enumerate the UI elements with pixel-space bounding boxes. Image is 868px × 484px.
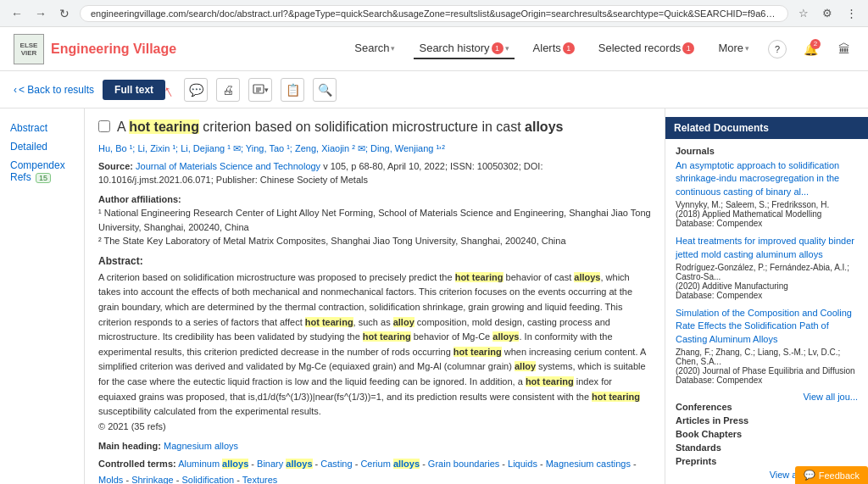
main-container: Abstract Detailed Compendex Refs 15 A ho…	[0, 108, 868, 484]
related-doc-2-meta: Rodríguez-González, P.; Fernández-Abia, …	[676, 263, 858, 300]
ct-cerium[interactable]: Cerium alloys	[360, 459, 420, 469]
ct-aluminum[interactable]: Aluminum alloys	[178, 459, 248, 469]
authors-line[interactable]: Hu, Bo ¹; Li, Zixin ¹; Li, Dejiang ¹ ✉; …	[98, 143, 651, 154]
feedback-icon: 💬	[804, 470, 815, 481]
browser-icons: ☆ ⚙ ⋮	[793, 3, 861, 24]
browser-bar: ← → ↻ engineeringvillage.com/search/doc/…	[0, 0, 868, 27]
chevron-down-icon: ▾	[745, 44, 749, 53]
related-doc-1-meta: Vynnyky, M.; Saleem, S.; Fredriksson, H.…	[676, 200, 858, 228]
ct-casting[interactable]: Casting	[320, 459, 352, 469]
conferences-category: Conferences	[676, 402, 858, 412]
sidebar-item-detailed[interactable]: Detailed	[0, 137, 84, 156]
abstract-label: Abstract:	[98, 255, 651, 267]
main-heading-link[interactable]: Magnesium alloys	[164, 441, 238, 451]
ct-shrinkage[interactable]: Shrinkage	[131, 475, 174, 484]
ct-textures[interactable]: Textures	[242, 475, 278, 484]
ct-solidification[interactable]: Solidification	[181, 475, 234, 484]
paper-title-row: A hot tearing criterion based on solidif…	[98, 119, 651, 136]
bookmark-icon[interactable]: ☆	[793, 3, 814, 24]
view-all-journals-link[interactable]: View all jou...	[676, 392, 858, 402]
refresh-button[interactable]: ↻	[54, 3, 75, 24]
print-tool-button[interactable]: 🖨	[216, 78, 240, 102]
address-bar[interactable]: engineeringvillage.com/search/doc/abstra…	[80, 5, 788, 22]
source-link[interactable]: Journal of Materials Science and Technol…	[136, 161, 320, 171]
help-button[interactable]: ?	[768, 40, 787, 58]
search-tool-button[interactable]: 🔍	[313, 78, 337, 102]
highlight-alloys: alloys	[525, 120, 563, 134]
menu-icon[interactable]: ⋮	[841, 3, 861, 24]
back-button[interactable]: ←	[7, 3, 27, 24]
right-panel: Related Documents Journals An asymptotic…	[665, 108, 868, 484]
affiliations: Author affiliations: ¹ National Engineer…	[98, 192, 651, 248]
ct-liquids[interactable]: Liquids	[508, 459, 537, 469]
articles-press-category: Articles in Press	[676, 415, 858, 426]
abstract-section: Abstract: A criterion based on solidific…	[98, 255, 651, 435]
brand-name: Engineering Village	[51, 42, 176, 57]
related-doc-2-link[interactable]: Heat treatments for improved quality bin…	[676, 235, 858, 261]
chevron-down-icon: ▾	[391, 44, 395, 53]
journals-subtitle: Journals	[676, 146, 858, 156]
chat-tool-button[interactable]: 💬	[184, 78, 208, 102]
back-arrow-icon: ‹	[14, 84, 17, 96]
abstract-text: A criterion based on solidification micr…	[98, 270, 651, 435]
select-paper-checkbox[interactable]	[98, 120, 110, 132]
settings-button[interactable]: 🏛	[834, 39, 854, 59]
sidebar-item-abstract[interactable]: Abstract	[0, 119, 84, 137]
browser-nav: ← → ↻	[7, 3, 75, 24]
clipboard-tool-button[interactable]: 📋	[281, 78, 304, 102]
nav-more[interactable]: More ▾	[713, 38, 754, 59]
content-area: A hot tearing criterion based on solidif…	[85, 108, 665, 484]
ct-mg-castings[interactable]: Magnesium castings	[546, 459, 631, 469]
standards-category: Standards	[676, 442, 858, 453]
toolbar: ‹ < Back to results Full text ↑ 💬 🖨 ▾ 📋 …	[0, 71, 868, 108]
nav-search-history[interactable]: Search history 1 ▾	[414, 38, 514, 59]
logo-area: ELSEVIER Engineering Village	[14, 34, 176, 64]
feedback-button[interactable]: 💬 Feedback	[795, 466, 868, 484]
top-navigation: ELSEVIER Engineering Village Search ▾ Se…	[0, 27, 868, 71]
related-docs-title: Related Documents	[665, 117, 868, 139]
ct-binary[interactable]: Binary alloys	[257, 459, 312, 469]
forward-button[interactable]: →	[31, 3, 51, 24]
extensions-icon[interactable]: ⚙	[817, 3, 837, 24]
chevron-down-icon: ▾	[505, 44, 509, 53]
related-doc-3-meta: Zhang, F.; Zhang, C.; Liang, S.-M.; Lv, …	[676, 348, 858, 385]
ct-molds[interactable]: Molds	[98, 475, 123, 484]
related-doc-3-link[interactable]: Simulation of the Composition and Coolin…	[676, 307, 858, 346]
ct-grain[interactable]: Grain boundaries	[428, 459, 499, 469]
related-doc-1-link[interactable]: An asymptotic approach to solidification…	[676, 159, 858, 198]
elsevier-logo: ELSEVIER	[14, 34, 44, 64]
nav-selected-records[interactable]: Selected records 1	[593, 38, 700, 59]
notifications-button[interactable]: 🔔 2	[800, 39, 821, 59]
export-icon	[253, 84, 264, 96]
controlled-terms: Controlled terms: Aluminum alloys - Bina…	[98, 456, 651, 484]
nav-alerts[interactable]: Alerts 1	[528, 38, 580, 59]
main-heading: Main heading: Magnesium alloys	[98, 441, 651, 451]
sidebar-item-compendex-refs[interactable]: Compendex Refs 15	[0, 156, 84, 186]
export-tool-button[interactable]: ▾	[248, 78, 272, 102]
back-to-results-link[interactable]: ‹ < Back to results	[14, 84, 94, 96]
source-info: Source: Journal of Materials Science and…	[98, 159, 651, 187]
full-text-button[interactable]: Full text	[103, 80, 165, 100]
preprints-category: Preprints	[676, 456, 858, 466]
left-sidebar: Abstract Detailed Compendex Refs 15	[0, 108, 85, 484]
highlight-hot-tearing: hot tearing	[129, 120, 199, 134]
related-documents-section: Related Documents Journals An asymptotic…	[665, 108, 868, 484]
nav-search[interactable]: Search ▾	[349, 38, 400, 59]
paper-title: A hot tearing criterion based on solidif…	[117, 119, 563, 136]
book-chapters-category: Book Chapters	[676, 429, 858, 439]
